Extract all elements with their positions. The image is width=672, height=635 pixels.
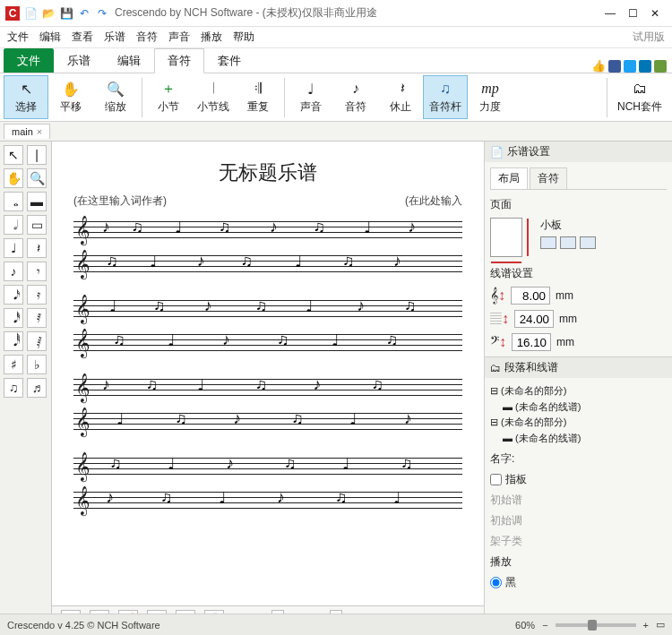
- name-label: 名字:: [490, 451, 514, 467]
- treble-clef-icon: 𝄞: [75, 373, 90, 403]
- menu-note[interactable]: 音符: [136, 30, 158, 45]
- orientation-portrait-icon[interactable]: [540, 236, 556, 249]
- tool-flat[interactable]: ♭: [27, 355, 47, 374]
- menu-help[interactable]: 帮助: [233, 30, 254, 45]
- undo-icon[interactable]: ↶: [77, 6, 91, 21]
- ribbon-tab-note[interactable]: 音符: [154, 48, 204, 73]
- ribbon-note[interactable]: ♪ 音符: [333, 75, 378, 119]
- tool-select[interactable]: ↖: [4, 145, 23, 165]
- zoom-slider[interactable]: [556, 623, 636, 627]
- tool-tuplet[interactable]: ♬: [27, 378, 47, 398]
- document-tab-main[interactable]: main ×: [4, 124, 50, 139]
- orientation-landscape-icon[interactable]: [560, 236, 576, 249]
- close-button[interactable]: ✕: [650, 7, 659, 20]
- tool-thirtysecond-rest[interactable]: 𝅀: [27, 308, 47, 328]
- score-canvas[interactable]: 无标题乐谱 (在这里输入词作者) (在此处输入 𝄞 ♪♫♩♫♪♫♩♪ 𝄞 ♫♩♪…: [52, 142, 484, 605]
- ribbon-zoom[interactable]: 🔍 缩放: [93, 75, 138, 119]
- ribbon-rest[interactable]: 𝄽 休止: [378, 75, 423, 119]
- ribbon-beam[interactable]: ♫ 音符杆: [423, 75, 468, 119]
- voice-icon: ♩: [302, 80, 320, 98]
- tree-part: ⊟ (未命名的部分): [490, 383, 667, 399]
- tool-half-note[interactable]: 𝅗𝅥: [4, 215, 23, 235]
- zoom-in-button[interactable]: +: [643, 620, 649, 631]
- lyricist-field[interactable]: (在这里输入词作者): [73, 193, 167, 209]
- tool-sixteenth-note[interactable]: 𝅘𝅥𝅯: [4, 285, 23, 305]
- ribbon-barline[interactable]: 𝄀 小节线: [191, 75, 236, 119]
- tool-thirtysecond-note[interactable]: 𝅘𝅥𝅰: [4, 308, 23, 328]
- ribbon-tab-edit[interactable]: 编辑: [104, 48, 154, 73]
- parts-tree[interactable]: ⊟ (未命名的部分) ▬ (未命名的线谱) ⊟ (未命名的部分) ▬ (未命名的…: [490, 383, 667, 446]
- ribbon-tab-score[interactable]: 乐谱: [54, 48, 104, 73]
- menu-sound[interactable]: 声音: [168, 30, 190, 45]
- close-icon[interactable]: ×: [37, 126, 42, 137]
- menu-file[interactable]: 文件: [7, 30, 29, 45]
- staff-system: 𝄞 ♩♫♪♫♩♪♫ 𝄞 ♫♩♪♫♩♫: [73, 296, 462, 359]
- sub-tab-layout[interactable]: 布局: [490, 167, 528, 189]
- open-icon[interactable]: 📂: [41, 6, 56, 21]
- redo-icon[interactable]: ↷: [95, 6, 109, 21]
- menu-edit[interactable]: 编辑: [39, 30, 61, 45]
- tool-eighth-rest[interactable]: 𝄾: [27, 262, 47, 281]
- new-icon[interactable]: 📄: [23, 6, 38, 21]
- cursor-icon: ↖: [17, 80, 35, 98]
- ribbon-nch-suite[interactable]: 🗂 NCH套件: [611, 75, 668, 119]
- treble-clef-icon: 𝄞: [75, 452, 90, 482]
- sub-tab-note[interactable]: 音符: [530, 167, 567, 189]
- tool-whole-rest[interactable]: ▬: [27, 192, 47, 211]
- tool-half-rest[interactable]: ▭: [27, 215, 47, 235]
- staff-size-input[interactable]: [511, 287, 550, 305]
- treble-clef-icon: 𝄞: [75, 408, 90, 437]
- tool-zoom[interactable]: 🔍: [27, 168, 47, 188]
- tool-hand[interactable]: ✋: [4, 168, 23, 188]
- share-icon[interactable]: [654, 60, 667, 73]
- minimize-button[interactable]: —: [605, 7, 616, 20]
- repeat-icon: 𝄇: [249, 80, 267, 98]
- orientation-other-icon[interactable]: [580, 236, 596, 249]
- twitter-icon[interactable]: [624, 60, 636, 73]
- tool-sixteenth-rest[interactable]: 𝄿: [27, 285, 47, 305]
- tool-beam[interactable]: ♫: [4, 378, 23, 398]
- page-preview[interactable]: [490, 218, 522, 257]
- menubar: 文件 编辑 查看 乐谱 音符 声音 播放 帮助 试用版: [0, 27, 672, 48]
- linkedin-icon[interactable]: [639, 60, 651, 73]
- tool-sixtyfourth-rest[interactable]: 𝅁: [27, 331, 47, 351]
- ribbon-tab-file[interactable]: 文件: [4, 48, 54, 73]
- fit-button[interactable]: ▭: [656, 619, 665, 631]
- fingering-checkbox[interactable]: [490, 474, 502, 485]
- ribbon-select-label: 选择: [15, 99, 37, 115]
- staff-icon: 𝄚↕: [490, 311, 509, 327]
- ribbon-dynamics[interactable]: mp 力度: [468, 75, 513, 119]
- window-title: Crescendo by NCH Software - (未授权)仅限非商业用途: [115, 5, 605, 21]
- tool-eighth-note[interactable]: ♪: [4, 262, 23, 281]
- right-panels: 📄乐谱设置 布局 音符 页面 小板: [484, 142, 672, 631]
- tool-sixtyfourth-note[interactable]: 𝅘𝅥𝅱: [4, 331, 23, 351]
- system-spacing-input[interactable]: [512, 333, 551, 351]
- ribbon-voice[interactable]: ♩ 声音: [289, 75, 333, 119]
- tool-sharp[interactable]: ♯: [4, 355, 23, 374]
- menu-view[interactable]: 查看: [72, 30, 93, 45]
- social-icons: 👍: [591, 59, 672, 73]
- menu-play[interactable]: 播放: [201, 30, 222, 45]
- zoom-out-button[interactable]: −: [542, 620, 547, 631]
- save-icon[interactable]: 💾: [59, 6, 73, 21]
- tool-quarter-rest[interactable]: 𝄽: [27, 238, 47, 258]
- maximize-button[interactable]: ☐: [628, 7, 638, 20]
- composer-field[interactable]: (在此处输入: [405, 193, 462, 209]
- tool-whole-note[interactable]: 𝅝: [4, 192, 23, 211]
- suite-icon: 🗂: [631, 80, 649, 98]
- like-icon[interactable]: 👍: [591, 59, 606, 73]
- tool-barline[interactable]: |: [27, 145, 47, 165]
- tool-quarter-note[interactable]: ♩: [4, 238, 23, 258]
- ribbon-bar[interactable]: ＋ 小节: [146, 75, 191, 119]
- ribbon-tab-suite[interactable]: 套件: [204, 48, 254, 73]
- playback-radio-1[interactable]: [490, 577, 502, 588]
- ribbon-pan[interactable]: ✋ 平移: [48, 75, 93, 119]
- rest-icon: 𝄽: [392, 80, 409, 98]
- canvas-column: 无标题乐谱 (在这里输入词作者) (在此处输入 𝄞 ♪♫♩♫♪♫♩♪ 𝄞 ♫♩♪…: [52, 142, 484, 631]
- facebook-icon[interactable]: [608, 60, 621, 73]
- score-title[interactable]: 无标题乐谱: [73, 159, 462, 186]
- menu-score[interactable]: 乐谱: [104, 30, 125, 45]
- ribbon-select[interactable]: ↖ 选择: [4, 75, 48, 119]
- ribbon-repeat[interactable]: 𝄇 重复: [236, 75, 280, 119]
- staff-spacing-input[interactable]: [514, 310, 554, 328]
